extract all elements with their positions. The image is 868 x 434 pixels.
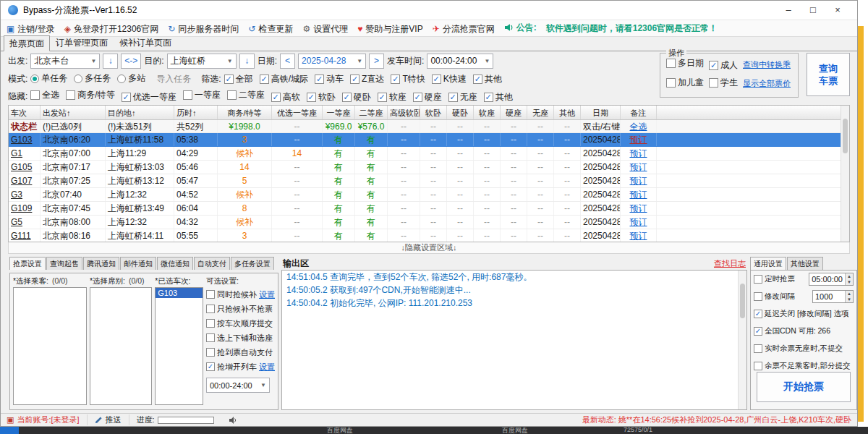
table-row[interactable]: G1北京南07:00上海11:2904:29候补14有有------------… (9, 147, 849, 161)
right-panel-tab-0[interactable]: 通用设置 (750, 257, 786, 270)
toolbar-item-set-proxy[interactable]: ⚙设置代理 (302, 23, 348, 35)
settings-link[interactable]: 设置 (259, 362, 275, 373)
hide-check-6[interactable]: ✓软卧 (307, 91, 336, 103)
main-tab-0[interactable]: 抢票页面 (4, 35, 50, 51)
filter-check-0[interactable]: ✓全部 (224, 73, 253, 85)
seat-list[interactable] (90, 287, 152, 405)
filter-check-1[interactable]: ✓高铁/城际 (260, 73, 308, 85)
column-header-4[interactable]: 商务/特等 (218, 106, 272, 119)
column-header-3[interactable]: 历时↑ (174, 106, 218, 119)
column-header-9[interactable]: 软卧 (420, 106, 447, 119)
hide-check-7[interactable]: ✓硬卧 (342, 91, 371, 103)
hide-check-0[interactable]: 全选 (30, 89, 59, 101)
book-link[interactable]: 预订 (621, 202, 657, 215)
filter-check-4[interactable]: ✓T特快 (391, 73, 425, 85)
main-tab-2[interactable]: 候补订单页面 (114, 35, 177, 51)
spinner[interactable]: 1000▲▼ (812, 290, 854, 303)
operation-check-0[interactable]: 加儿童 (666, 77, 704, 89)
option-row-4[interactable]: 抢到票自动支付 (206, 345, 275, 359)
table-row[interactable]: G5北京南08:00上海12:3204:32候补--有有------------… (9, 216, 849, 229)
column-header-15[interactable]: 日期 (581, 106, 621, 119)
close-button[interactable]: × (825, 1, 850, 19)
date-next-button[interactable]: > (369, 54, 384, 69)
table-row[interactable]: G107北京南07:25上海虹桥13:1205:475--有有---------… (9, 174, 849, 188)
setting-row-1[interactable]: 修改间隔1000▲▼ (751, 288, 856, 305)
column-header-2[interactable]: 目的地↑ (106, 106, 174, 119)
filter-check-3[interactable]: ✓Z直达 (350, 73, 384, 85)
column-header-12[interactable]: 硬座 (501, 106, 527, 119)
filter-check-2[interactable]: ✓动车 (315, 73, 344, 85)
spin-down-icon[interactable]: ▼ (846, 297, 853, 302)
book-link[interactable]: 预订 (621, 147, 657, 160)
filter-check-5[interactable]: ✓K快速 (432, 73, 467, 85)
toolbar-item-sync-server-time[interactable]: ↻同步服务器时间 (168, 23, 239, 35)
date-prev-button[interactable]: < (280, 54, 295, 69)
column-header-14[interactable]: 其他 (554, 106, 581, 119)
setting-row-0[interactable]: 定时抢票05:00:00▲▼ (751, 271, 856, 288)
swap-stations-button[interactable]: <-> (121, 54, 141, 69)
depart-time-select[interactable]: 00:00-24:00 ▼ (427, 54, 493, 69)
find-log-link[interactable]: 查找日志 (714, 258, 746, 269)
operation-check-1[interactable]: ✓成人 (709, 59, 738, 72)
hide-check-10[interactable]: ✓无座 (448, 91, 477, 103)
start-grab-button[interactable]: 开始抢票 (757, 372, 851, 402)
column-header-6[interactable]: 一等座 (323, 106, 355, 119)
operation-check-0[interactable]: 多日期 (666, 57, 704, 69)
column-header-10[interactable]: 硬卧 (447, 106, 474, 119)
option-row-2[interactable]: 按车次顺序提交 (206, 316, 275, 331)
hide-check-11[interactable]: ✓其他 (484, 91, 513, 103)
from-select[interactable]: 北京丰台 ▼ (30, 54, 100, 69)
import-task-button[interactable]: 导入任务 (156, 73, 191, 85)
toolbar-item-sponsor-vip[interactable]: ♥赞助与注册VIP (357, 23, 422, 35)
left-panel-tab-0[interactable]: 抢票设置 (9, 257, 46, 270)
table-scrollbar[interactable] (841, 106, 849, 242)
mode-radio-2[interactable]: 多站 (117, 72, 145, 85)
spin-up-icon[interactable]: ▲ (846, 273, 853, 279)
train-list-item[interactable]: G103 (156, 288, 203, 298)
hide-check-2[interactable]: ✓优选一等座 (122, 91, 176, 103)
toolbar-item-official-site[interactable]: ✈分流抢票官网 (433, 23, 495, 35)
book-link[interactable]: 预订 (621, 216, 657, 229)
column-header-5[interactable]: 优选一等座 (272, 106, 323, 119)
option-row-0[interactable]: 同时抢候补设置 (206, 287, 275, 302)
operation-check-1[interactable]: 学生 (709, 77, 738, 89)
column-header-7[interactable]: 二等座 (355, 106, 388, 119)
scrollbar-thumb[interactable] (843, 119, 848, 153)
left-panel-tab-2[interactable]: 腾讯通知 (83, 257, 119, 270)
table-row[interactable]: G111北京南08:16上海虹桥14:1105:553--有有---------… (9, 229, 849, 242)
settings-link[interactable]: 设置 (259, 289, 275, 300)
table-row[interactable]: G109北京南07:45上海虹桥13:4906:048--有有---------… (9, 202, 849, 216)
toolbar-item-announcement[interactable]: 公告: (504, 22, 537, 34)
hidden-settings-toggle[interactable]: ↓隐藏设置区域↓ (8, 242, 850, 254)
toolbar-item-open-12306[interactable]: ◈免登录打开12306官网 (64, 23, 159, 35)
transfer-query-link[interactable]: 查询中转换乘 (743, 59, 791, 70)
option-row-3[interactable]: 选上下铺和选座 (206, 331, 275, 345)
hide-check-5[interactable]: ✓高软 (271, 91, 300, 103)
select-all-link[interactable]: 全选 (621, 120, 657, 132)
query-tickets-button[interactable]: 查询 车票 (807, 53, 850, 96)
left-panel-tab-6[interactable]: 多任务设置 (231, 257, 274, 270)
right-panel-tab-1[interactable]: 其他设置 (787, 257, 823, 270)
setting-row-3[interactable]: ✓全国CDN 可用: 266 (751, 323, 856, 340)
main-tab-1[interactable]: 订单管理页面 (50, 35, 114, 51)
left-panel-tab-1[interactable]: 查询起售 (46, 257, 82, 270)
toolbar-item-check-update[interactable]: ↺检查更新 (248, 23, 293, 35)
hide-check-9[interactable]: ✓硬座 (413, 91, 442, 103)
column-header-13[interactable]: 无座 (527, 106, 554, 119)
book-link[interactable]: 预订 (621, 133, 657, 146)
push-button[interactable]: 推送 (95, 414, 129, 425)
toolbar-item-logout-login[interactable]: ▣注销/登录 (7, 23, 55, 35)
left-panel-tab-5[interactable]: 自动支付 (194, 257, 230, 270)
hide-check-8[interactable]: ✓软座 (378, 91, 407, 103)
column-header-8[interactable]: 高级软卧 (388, 106, 420, 119)
hide-check-4[interactable]: 二等座 (227, 89, 265, 101)
column-header-11[interactable]: 软座 (474, 106, 501, 119)
spinner[interactable]: 05:00:00▲▼ (809, 273, 854, 286)
setting-row-2[interactable]: ✓延迟关闭 [修改间隔] 选项 (751, 305, 856, 323)
scrollbar-thumb[interactable] (740, 284, 745, 318)
from-dropdown-button[interactable]: ↓ (103, 54, 118, 69)
output-scrollbar[interactable] (738, 271, 746, 409)
option-row-1[interactable]: 只抢候补不抢票 (206, 302, 275, 316)
left-panel-tab-3[interactable]: 邮件通知 (120, 257, 156, 270)
date-select[interactable]: 2025-04-28 ▼ (298, 54, 366, 69)
